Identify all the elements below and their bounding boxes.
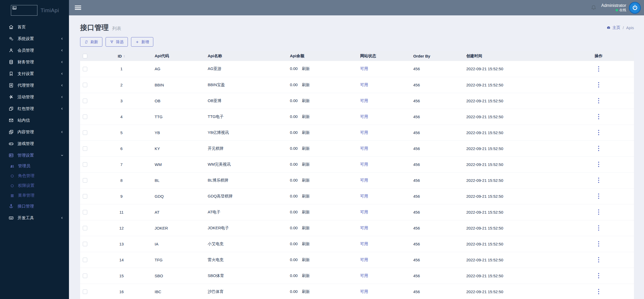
row-actions-kebab-button[interactable] [596,144,602,152]
menu-toggle-button[interactable] [75,5,81,11]
sidebar-item-site-messages[interactable]: 站内信 [0,115,69,126]
cell-site-status: 可用 [356,77,409,93]
cell-api-balance: 0.00刷新 [286,61,356,77]
balance-refresh-link[interactable]: 刷新 [302,241,310,246]
row-checkbox[interactable] [83,99,87,103]
row-checkbox[interactable] [83,210,87,214]
table-row: 15 SBO SBO体育 0.00刷新 可用 456 2022-09-21 15… [80,268,634,284]
balance-refresh-link[interactable]: 刷新 [302,210,310,214]
status-available-link[interactable]: 可用 [360,226,368,230]
balance-refresh-link[interactable]: 刷新 [302,98,310,103]
sidebar-item-home[interactable]: 首页 [0,21,69,33]
column-header-api-name: Api名称 [204,51,286,61]
cell-api-code: TTG [151,109,204,125]
row-checkbox[interactable] [83,242,87,246]
sidebar-item-agents[interactable]: 代理管理 [0,80,69,91]
balance-refresh-link[interactable]: 刷新 [302,162,310,166]
row-actions-kebab-button[interactable] [596,97,602,105]
balance-refresh-link[interactable]: 刷新 [302,82,310,87]
sidebar-item-system-settings[interactable]: 系统设置 [0,33,69,45]
sidebar-item-permissions[interactable]: 权限设置 [0,181,69,191]
sidebar-item-games[interactable]: 游戏管理 [0,138,69,150]
status-available-link[interactable]: 可用 [360,162,368,166]
cell-id: 6 [92,140,151,156]
balance-refresh-link[interactable]: 刷新 [302,194,310,198]
balance-refresh-link[interactable]: 刷新 [302,226,310,230]
status-available-link[interactable]: 可用 [360,114,368,119]
balance-refresh-link[interactable]: 刷新 [302,114,310,119]
balance-refresh-link[interactable]: 刷新 [302,66,310,71]
row-actions-kebab-button[interactable] [596,81,602,89]
status-available-link[interactable]: 可用 [360,210,368,214]
row-checkbox[interactable] [83,274,87,278]
status-available-link[interactable]: 可用 [360,257,368,262]
row-checkbox[interactable] [83,258,87,262]
status-available-link[interactable]: 可用 [360,194,368,198]
sidebar-item-administrators[interactable]: 管理员 [0,161,69,171]
sidebar-item-activities[interactable]: 活动管理 [0,91,69,103]
add-button[interactable]: 新增 [131,37,153,47]
notifications-bell-icon[interactable] [590,4,597,11]
row-actions-kebab-button[interactable] [596,256,602,264]
row-checkbox[interactable] [83,115,87,119]
cell-created-at: 2022-09-21 15:52:50 [462,61,563,77]
row-checkbox[interactable] [83,130,87,135]
breadcrumb-home-link[interactable]: 主页 [612,25,620,30]
status-available-link[interactable]: 可用 [360,146,368,151]
sidebar-item-payment-settings[interactable]: 支付设置 [0,68,69,80]
balance-refresh-link[interactable]: 刷新 [302,257,310,262]
row-checkbox[interactable] [83,146,87,151]
balance-refresh-link[interactable]: 刷新 [302,289,310,294]
balance-refresh-link[interactable]: 刷新 [302,178,310,182]
row-actions-kebab-button[interactable] [596,208,602,216]
status-available-link[interactable]: 可用 [360,66,368,71]
table-row: 11 AT AT电子 0.00刷新 可用 456 2022-09-21 15:5… [80,204,634,220]
cell-api-name: BL博乐棋牌 [204,172,286,188]
sidebar-item-menus[interactable]: 菜单管理 [0,191,69,200]
row-checkbox[interactable] [83,178,87,183]
row-actions-kebab-button[interactable] [596,240,602,248]
row-actions-kebab-button[interactable] [596,272,602,280]
sidebar-item-content[interactable]: 内容管理 [0,126,69,138]
row-actions-kebab-button[interactable] [596,65,602,73]
row-checkbox[interactable] [83,289,87,294]
status-available-link[interactable]: 可用 [360,82,368,87]
balance-refresh-link[interactable]: 刷新 [302,130,310,135]
list-icon [10,193,15,198]
row-checkbox[interactable] [83,83,87,87]
select-all-checkbox[interactable] [83,54,87,58]
balance-refresh-link[interactable]: 刷新 [302,273,310,278]
sidebar-item-roles[interactable]: 角色管理 [0,171,69,181]
row-checkbox[interactable] [83,162,87,167]
cell-order-by: 456 [409,156,462,172]
row-actions-kebab-button[interactable] [596,160,602,168]
status-available-link[interactable]: 可用 [360,273,368,278]
row-checkbox[interactable] [83,226,87,230]
row-actions-kebab-button[interactable] [596,224,602,232]
user-avatar-power-button[interactable] [629,2,641,14]
status-available-link[interactable]: 可用 [360,241,368,246]
sidebar-item-api-management[interactable]: 接口管理 [0,200,69,212]
refresh-button[interactable]: 刷新 [80,37,102,47]
row-checkbox[interactable] [83,67,87,71]
row-checkbox[interactable] [83,194,87,199]
status-available-link[interactable]: 可用 [360,130,368,135]
cell-order-by: 456 [409,77,462,93]
row-actions-kebab-button[interactable] [596,129,602,137]
sidebar-item-admin-settings[interactable]: 管理设置 [0,150,69,161]
row-actions-kebab-button[interactable] [596,288,602,296]
cell-created-at: 2022-09-21 15:52:50 [462,109,563,125]
sidebar-item-members[interactable]: 会员管理 [0,45,69,56]
row-actions-kebab-button[interactable] [596,192,602,200]
sidebar-item-red-packets[interactable]: 红包管理 [0,103,69,115]
row-actions-kebab-button[interactable] [596,113,602,121]
column-header-id[interactable]: ID↑ [92,51,151,61]
filter-button[interactable]: 筛选 [106,37,128,47]
sidebar-item-dev-tools[interactable]: 开发工具 [0,212,69,224]
status-available-link[interactable]: 可用 [360,289,368,294]
status-available-link[interactable]: 可用 [360,178,368,182]
row-actions-kebab-button[interactable] [596,176,602,184]
balance-refresh-link[interactable]: 刷新 [302,146,310,151]
sidebar-item-finance[interactable]: 财务管理 [0,56,69,68]
status-available-link[interactable]: 可用 [360,98,368,103]
